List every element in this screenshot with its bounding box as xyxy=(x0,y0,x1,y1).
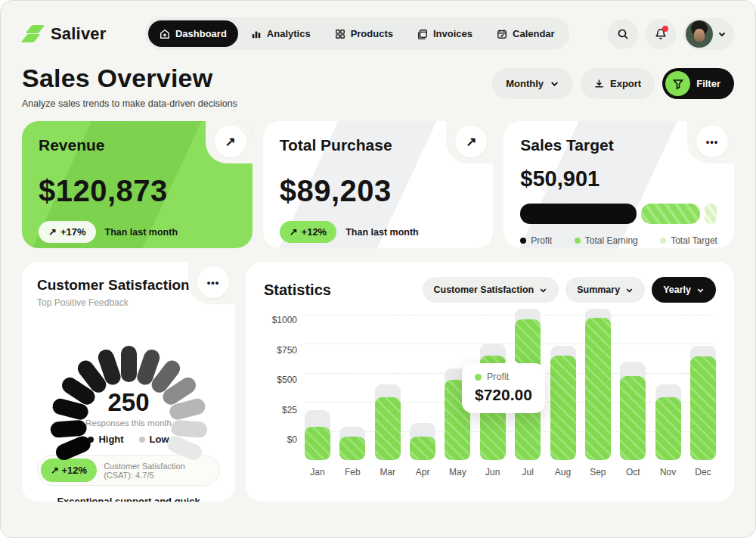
tooltip-series-dot xyxy=(475,374,482,381)
nav-item-analytics[interactable]: Analytics xyxy=(240,20,322,47)
satisfaction-subtitle: Top Positive Feedback xyxy=(37,297,220,308)
bar-column-aug[interactable] xyxy=(550,315,576,460)
chevron-down-icon xyxy=(696,286,705,294)
revenue-note: Than last month xyxy=(105,227,178,238)
x-tick-label: Jul xyxy=(515,467,541,477)
bar-column-apr[interactable] xyxy=(410,315,435,460)
trend-up-icon: ↗ xyxy=(290,226,298,238)
csat-change-badge: ↗ +12% xyxy=(41,459,97,482)
bar-column-oct[interactable] xyxy=(620,315,646,460)
x-axis: JanFebMarAprMayJunJulAugSepOctNovDec xyxy=(305,467,716,477)
progress-segment-target xyxy=(705,204,717,224)
avatar xyxy=(686,20,713,48)
range-dropdown-label: Yearly xyxy=(663,285,691,295)
tooltip-label: Profit xyxy=(487,372,509,382)
satisfaction-footer: Exceptional support and quick responses xyxy=(37,496,220,502)
csat-score-text: Customer Satisfaction (CSAT): 4.7/5 xyxy=(104,462,216,480)
bar-column-sep[interactable] xyxy=(585,315,611,460)
nav-label: Dashboard xyxy=(175,28,227,39)
period-label: Monthly xyxy=(506,78,544,89)
legend-label: Total Target xyxy=(671,235,717,246)
nav-label: Analytics xyxy=(267,28,311,39)
revenue-change-badge: ↗+17% xyxy=(39,221,96,243)
filter-button[interactable]: Filter xyxy=(662,68,734,99)
x-tick-label: Feb xyxy=(339,467,365,477)
legend-item-target: Total Target xyxy=(660,235,717,246)
nav-item-dashboard[interactable]: Dashboard xyxy=(148,20,238,47)
profile-menu[interactable] xyxy=(683,18,734,50)
gauge-segment xyxy=(121,346,137,382)
sales-target-progress xyxy=(520,204,717,224)
progress-segment-profit xyxy=(520,204,637,224)
profit-bar xyxy=(410,437,435,460)
bar-column-jan[interactable] xyxy=(305,315,330,460)
notification-dot xyxy=(662,26,668,32)
statistics-filters: Customer Satisfaction Summary Yearly xyxy=(423,277,717,303)
trend-up-icon: ↗ xyxy=(51,465,59,476)
profit-bar xyxy=(690,356,716,460)
legend-item-earning: Total Earning xyxy=(575,235,638,246)
legend-dot xyxy=(520,238,526,244)
legend-label: Low xyxy=(150,434,169,445)
x-tick-label: Jan xyxy=(305,467,330,477)
page-title: Sales Overview xyxy=(22,64,237,93)
nav-label: Invoices xyxy=(433,28,472,39)
home-icon xyxy=(160,29,170,39)
arrow-up-right-icon: ↗ xyxy=(466,134,476,150)
period-dropdown[interactable]: Monthly xyxy=(492,68,573,99)
page-actions: Monthly Export Filter xyxy=(492,68,734,99)
notifications-button[interactable] xyxy=(646,19,676,49)
total-purchase-change-badge: ↗+12% xyxy=(280,221,337,243)
nav-item-invoices[interactable]: Invoices xyxy=(406,20,484,47)
filter-label: Filter xyxy=(696,78,720,89)
nav-label: Calendar xyxy=(513,28,555,39)
metric-dropdown-label: Customer Satisfaction xyxy=(434,285,534,295)
range-dropdown[interactable]: Yearly xyxy=(652,277,716,303)
lower-row: Customer Satisfaction Top Positive Feedb… xyxy=(22,262,734,502)
x-tick-label: Jun xyxy=(480,467,506,477)
dots-menu-icon: ••• xyxy=(706,136,719,148)
calendar-icon xyxy=(497,29,507,39)
chart-plot: Profit $720.00 xyxy=(305,315,716,460)
bar-column-feb[interactable] xyxy=(339,315,365,460)
summary-dropdown[interactable]: Summary xyxy=(565,277,645,303)
nav-label: Products xyxy=(351,28,393,39)
bar-column-nov[interactable] xyxy=(655,315,681,460)
x-tick-label: Apr xyxy=(410,467,435,477)
tooltip-value: $720.00 xyxy=(475,386,532,404)
page-header: Sales Overview Analyze sales trends to m… xyxy=(1,50,755,109)
x-tick-label: May xyxy=(445,467,470,477)
profit-bar xyxy=(550,356,576,460)
invoice-icon xyxy=(417,29,428,39)
sales-target-menu-button[interactable]: ••• xyxy=(696,126,728,157)
statistics-title: Statistics xyxy=(264,281,331,299)
gauge-segment xyxy=(50,420,87,438)
nav-item-calendar[interactable]: Calendar xyxy=(485,20,566,47)
legend-item-low: Low xyxy=(139,434,169,445)
chevron-down-icon xyxy=(717,30,727,39)
download-icon xyxy=(594,79,604,89)
top-bar: Saliver Dashboard Analytics Products Inv… xyxy=(1,1,755,50)
arrow-up-right-icon: ↗ xyxy=(225,134,236,150)
legend-dot xyxy=(575,238,581,244)
kpi-row: Revenue $120,873 ↗+17% Than last month ↗… xyxy=(22,121,734,248)
app-window: Saliver Dashboard Analytics Products Inv… xyxy=(0,0,756,538)
export-button[interactable]: Export xyxy=(581,68,655,99)
statistics-header: Statistics Customer Satisfaction Summary… xyxy=(264,277,716,303)
nav-item-products[interactable]: Products xyxy=(324,20,404,47)
satisfaction-menu-button[interactable]: ••• xyxy=(197,266,229,298)
legend-dot xyxy=(139,437,145,443)
bar-column-mar[interactable] xyxy=(375,315,401,460)
bar-column-dec[interactable] xyxy=(690,315,716,460)
x-tick-label: Aug xyxy=(550,467,576,477)
brand-name: Saliver xyxy=(51,24,107,44)
search-button[interactable] xyxy=(608,19,638,49)
y-tick-label: $750 xyxy=(264,345,297,356)
analytics-icon xyxy=(251,29,262,39)
legend-item-profit: Profit xyxy=(520,235,552,246)
revenue-open-button[interactable]: ↗ xyxy=(215,126,246,157)
legend-item-high: Hight xyxy=(88,434,123,445)
brand-logo[interactable]: Saliver xyxy=(22,23,107,45)
metric-dropdown[interactable]: Customer Satisfaction xyxy=(423,277,559,303)
total-purchase-note: Than last month xyxy=(345,227,419,238)
